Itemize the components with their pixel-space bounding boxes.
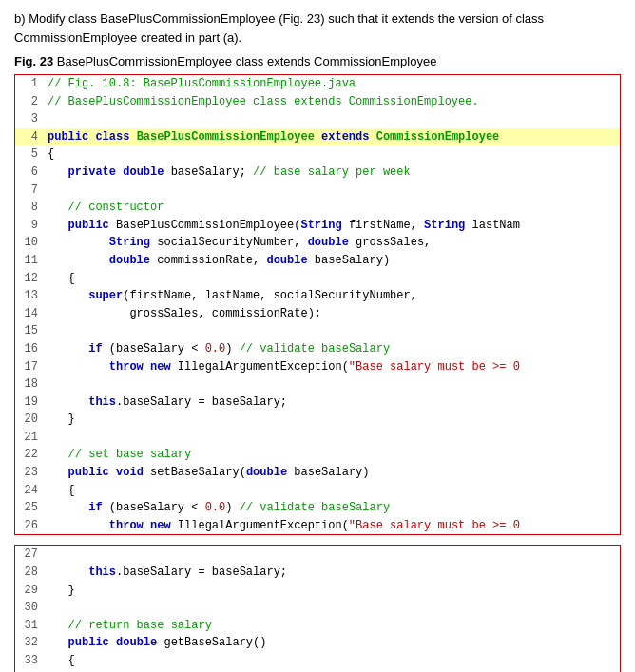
line-num-6: 6 <box>19 163 48 182</box>
line-num-10: 10 <box>19 234 48 252</box>
line-content-14: grossSales, commissionRate); <box>48 305 616 323</box>
line-content-11: double commissionRate, double baseSalary… <box>48 252 616 270</box>
line-num-30: 30 <box>19 599 48 617</box>
line-24: 24 { <box>15 482 620 500</box>
line-28: 28 this.baseSalary = baseSalary; <box>15 564 620 582</box>
line-num-2: 2 <box>19 93 48 111</box>
line-content-28: this.baseSalary = baseSalary; <box>48 564 616 582</box>
line-num-22: 22 <box>19 446 48 464</box>
line-18: 18 <box>15 375 620 394</box>
line-content-12: { <box>48 270 616 288</box>
line-num-19: 19 <box>19 394 48 412</box>
line-num-15: 15 <box>19 322 48 340</box>
line-27: 27 <box>15 546 620 564</box>
line-12: 12 { <box>15 270 620 288</box>
line-25: 25 if (baseSalary < 0.0) // validate bas… <box>15 499 620 517</box>
line-content-32: public double getBaseSalary() <box>48 634 616 652</box>
line-num-32: 32 <box>19 634 48 652</box>
line-content-13: super(firstName, lastName, socialSecurit… <box>48 287 616 305</box>
line-2: 2 // BasePlusCommissionEmployee class ex… <box>15 93 620 111</box>
line-num-9: 9 <box>19 217 48 235</box>
line-num-1: 1 <box>19 75 48 93</box>
line-21: 21 <box>15 429 620 447</box>
line-content-4: public class BasePlusCommissionEmployee … <box>48 128 616 146</box>
line-9: 9 public BasePlusCommissionEmployee(Stri… <box>15 217 620 235</box>
code-block-1: 1 // Fig. 10.8: BasePlusCommissionEmploy… <box>14 74 621 535</box>
line-content-20: } <box>48 411 616 429</box>
line-num-16: 16 <box>19 340 48 358</box>
line-num-17: 17 <box>19 358 48 376</box>
line-content-25: if (baseSalary < 0.0) // validate baseSa… <box>48 499 616 517</box>
line-content-16: if (baseSalary < 0.0) // validate baseSa… <box>48 340 616 358</box>
code-block-2: 27 28 this.baseSalary = baseSalary; 29 }… <box>14 545 621 672</box>
line-1: 1 // Fig. 10.8: BasePlusCommissionEmploy… <box>15 75 620 93</box>
line-num-3: 3 <box>19 110 48 128</box>
line-num-13: 13 <box>19 287 48 305</box>
line-23: 23 public void setBaseSalary(double base… <box>15 464 620 482</box>
line-num-11: 11 <box>19 252 48 270</box>
line-content-5: { <box>48 145 616 163</box>
line-num-18: 18 <box>19 375 48 394</box>
line-6: 6 private double baseSalary; // base sal… <box>15 163 620 182</box>
fig-label-title: BasePlusCommissionEmployee class extends… <box>57 54 437 68</box>
line-content-10: String socialSecurityNumber, double gros… <box>48 234 616 252</box>
line-num-28: 28 <box>19 564 48 582</box>
line-content-2: // BasePlusCommissionEmployee class exte… <box>48 93 616 111</box>
line-num-29: 29 <box>19 582 48 600</box>
line-15: 15 <box>15 322 620 340</box>
line-content-31: // return base salary <box>48 617 616 635</box>
line-31: 31 // return base salary <box>15 617 620 635</box>
line-num-33: 33 <box>19 652 48 670</box>
line-19: 19 this.baseSalary = baseSalary; <box>15 394 620 412</box>
line-num-5: 5 <box>19 145 48 163</box>
line-content-22: // set base salary <box>48 446 616 464</box>
line-num-26: 26 <box>19 517 48 535</box>
line-num-25: 25 <box>19 499 48 517</box>
line-num-4: 4 <box>19 128 48 146</box>
line-11: 11 double commissionRate, double baseSal… <box>15 252 620 270</box>
line-3: 3 <box>15 110 620 128</box>
line-num-7: 7 <box>19 182 48 200</box>
line-content-17: throw new IllegalArgumentException("Base… <box>48 358 616 376</box>
line-num-14: 14 <box>19 305 48 323</box>
line-8: 8 // constructor <box>15 199 620 217</box>
line-13: 13 super(firstName, lastName, socialSecu… <box>15 287 620 305</box>
page-container: b) Modify class BasePlusCommissionEmploy… <box>0 0 635 672</box>
line-32: 32 public double getBaseSalary() <box>15 634 620 652</box>
line-num-8: 8 <box>19 199 48 217</box>
line-10: 10 String socialSecurityNumber, double g… <box>15 234 620 252</box>
line-content-9: public BasePlusCommissionEmployee(String… <box>48 217 616 235</box>
fig-label-bold: Fig. 23 <box>14 54 53 68</box>
intro-text: b) Modify class BasePlusCommissionEmploy… <box>14 10 621 47</box>
line-content-24: { <box>48 482 616 500</box>
line-num-23: 23 <box>19 464 48 482</box>
line-num-20: 20 <box>19 411 48 429</box>
line-30: 30 <box>15 599 620 617</box>
line-content-26: throw new IllegalArgumentException("Base… <box>48 517 616 535</box>
line-33: 33 { <box>15 652 620 670</box>
line-22: 22 // set base salary <box>15 446 620 464</box>
line-content-23: public void setBaseSalary(double baseSal… <box>48 464 616 482</box>
line-content-29: } <box>48 582 616 600</box>
line-content-8: // constructor <box>48 199 616 217</box>
line-26: 26 throw new IllegalArgumentException("B… <box>15 517 620 535</box>
line-num-31: 31 <box>19 617 48 635</box>
line-content-1: // Fig. 10.8: BasePlusCommissionEmployee… <box>48 75 616 93</box>
line-4: 4 public class BasePlusCommissionEmploye… <box>15 128 620 146</box>
line-16: 16 if (baseSalary < 0.0) // validate bas… <box>15 340 620 358</box>
line-5: 5 { <box>15 145 620 163</box>
line-14: 14 grossSales, commissionRate); <box>15 305 620 323</box>
line-29: 29 } <box>15 582 620 600</box>
line-num-21: 21 <box>19 429 48 447</box>
line-content-33: { <box>48 652 616 670</box>
line-7: 7 <box>15 182 620 200</box>
line-num-24: 24 <box>19 482 48 500</box>
line-content-19: this.baseSalary = baseSalary; <box>48 394 616 412</box>
line-20: 20 } <box>15 411 620 429</box>
line-17: 17 throw new IllegalArgumentException("B… <box>15 358 620 376</box>
fig-label: Fig. 23 BasePlusCommissionEmployee class… <box>14 54 621 68</box>
line-num-27: 27 <box>19 546 48 564</box>
line-num-12: 12 <box>19 270 48 288</box>
line-content-6: private double baseSalary; // base salar… <box>48 163 616 182</box>
